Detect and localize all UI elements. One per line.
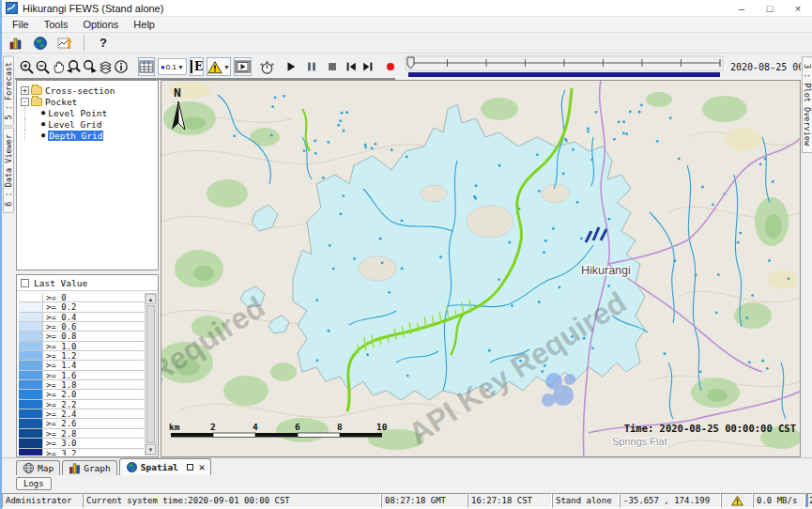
svg-text:4: 4 xyxy=(253,422,258,432)
menu-item-help[interactable]: Help xyxy=(126,19,162,30)
tree-node-level-grid[interactable]: ●Level Grid xyxy=(17,118,158,130)
folder-icon xyxy=(31,86,42,95)
collapse-icon[interactable]: - xyxy=(21,98,29,106)
zoom-in-button[interactable] xyxy=(19,57,35,76)
legend-threshold-label: >= 1.0 xyxy=(43,342,77,350)
tab-data-viewer[interactable]: 6 : Data Viewer xyxy=(3,128,14,213)
pause-button[interactable] xyxy=(305,57,318,76)
status-bar: Administrator Current system time:2020-0… xyxy=(2,492,812,509)
legend-row: >= 2.4 xyxy=(19,409,144,419)
legend-color-swatch xyxy=(19,322,43,331)
map-view[interactable]: API Key Required API Key Required N km 2… xyxy=(161,80,801,457)
legend-toggle-button[interactable]: E xyxy=(190,57,204,76)
import-export-button[interactable] xyxy=(54,34,75,53)
bar-chart-icon xyxy=(69,462,81,474)
tab-plot-overview[interactable]: 3 : Plot Overview xyxy=(802,56,812,153)
legend-color-swatch xyxy=(19,429,43,438)
tab-maximize-icon[interactable] xyxy=(187,464,193,470)
legend-threshold-label: >= 1.4 xyxy=(43,361,77,369)
spatial-display-button[interactable] xyxy=(30,34,51,53)
animation-button[interactable] xyxy=(234,57,252,76)
chart-up-arrow-icon xyxy=(57,36,73,51)
play-button[interactable] xyxy=(284,57,298,76)
tree-node-pocket[interactable]: -Pocket xyxy=(17,96,158,107)
help-button[interactable]: ? xyxy=(93,34,114,53)
expand-icon[interactable]: + xyxy=(21,86,29,95)
tab-spatial[interactable]: Spatial ✕ xyxy=(119,458,212,475)
step-forward-button[interactable] xyxy=(361,57,375,76)
menu-item-tools[interactable]: Tools xyxy=(37,19,76,30)
legend-row: >= 1.2 xyxy=(19,351,144,361)
legend-row: >= 0 xyxy=(19,293,144,302)
pan-button[interactable] xyxy=(51,57,66,76)
zoom-next-button[interactable] xyxy=(82,57,98,76)
tree-node-level-point[interactable]: ●Level Point xyxy=(17,107,158,118)
legend-color-swatch xyxy=(19,342,43,350)
legend-threshold-label: >= 1.8 xyxy=(43,380,77,389)
scrollbar-thumb[interactable] xyxy=(146,305,155,443)
tab-map[interactable]: Map xyxy=(16,460,60,475)
step-back-button[interactable] xyxy=(345,57,358,76)
legend-color-swatch xyxy=(19,361,43,369)
legend-row: >= 0.6 xyxy=(19,322,144,332)
tree-node-cross-section[interactable]: +Cross-section xyxy=(17,85,158,96)
scroll-down-icon[interactable]: ▼ xyxy=(146,444,156,455)
tree-node-label: Level Grid xyxy=(48,119,101,130)
tab-forecast[interactable]: 5 : Forecast xyxy=(3,55,14,126)
tree-node-label: Depth Grid xyxy=(48,131,103,141)
time-navigator-button[interactable] xyxy=(259,57,275,76)
timeline-progress-bar xyxy=(408,72,720,77)
svg-text:km: km xyxy=(169,422,180,432)
menu-item-options[interactable]: Options xyxy=(75,19,126,30)
wireframe-globe-icon xyxy=(23,462,35,474)
legend-color-swatch xyxy=(19,293,43,301)
chevron-down-icon: ▼ xyxy=(177,64,184,70)
stop-button[interactable] xyxy=(326,57,339,76)
logs-row: Logs xyxy=(2,475,812,492)
legend-threshold-label: >= 0.6 xyxy=(43,322,77,331)
menu-item-file[interactable]: File xyxy=(5,19,37,30)
record-button[interactable] xyxy=(384,57,397,76)
status-memory-gauge: 2.5 GB xyxy=(805,493,812,508)
tab-graph[interactable]: Graph xyxy=(62,460,117,475)
svg-text:8: 8 xyxy=(337,422,343,432)
main-area: 5 : Forecast 6 : Data Viewer +Cross-sect… xyxy=(2,80,812,457)
menu-bar: FileToolsOptionsHelp xyxy=(2,17,812,33)
legend-threshold-label: >= 3.2 xyxy=(43,449,77,456)
legend-threshold-label: >= 1.6 xyxy=(43,371,77,379)
tree-node-depth-grid[interactable]: ●Depth Grid xyxy=(17,130,158,141)
legend-row: >= 3.2 xyxy=(19,449,144,456)
folder-icon xyxy=(31,98,42,106)
tab-close-icon[interactable]: ✕ xyxy=(199,461,206,473)
globe-icon xyxy=(33,36,48,51)
legend-scrollbar[interactable]: ▲ ▼ xyxy=(145,293,157,455)
legend-row: >= 0.4 xyxy=(19,313,144,322)
legend-color-swatch xyxy=(19,313,43,321)
zoom-previous-button[interactable] xyxy=(66,57,82,76)
threshold-dropdown[interactable]: ● 0.1 ▼ xyxy=(158,58,187,75)
database-viewer-button[interactable] xyxy=(6,34,26,53)
map-toolbar: ● 0.1 ▼ E ▼ xyxy=(2,54,812,80)
stopwatch-icon xyxy=(259,59,275,75)
help-icon: ? xyxy=(100,36,107,50)
info-button[interactable] xyxy=(114,57,129,76)
timeline-slider[interactable] xyxy=(405,55,724,79)
last-value-checkbox[interactable] xyxy=(21,279,29,287)
status-warning-cell[interactable] xyxy=(721,493,753,508)
maximize-button[interactable]: □ xyxy=(756,0,784,16)
logs-button[interactable]: Logs xyxy=(16,477,52,490)
zoom-out-button[interactable] xyxy=(35,57,51,76)
minimize-button[interactable]: – xyxy=(728,0,756,16)
warnings-dropdown[interactable]: ▼ xyxy=(207,57,231,76)
close-button[interactable]: × xyxy=(784,0,812,16)
layers-button[interactable] xyxy=(98,57,114,76)
bullet-icon: ● xyxy=(41,120,45,128)
zoom-in-icon xyxy=(19,59,35,75)
grid-display-button[interactable] xyxy=(138,57,155,76)
chevron-down-icon: ▼ xyxy=(223,64,230,70)
timeline-handle[interactable] xyxy=(407,57,414,69)
scroll-up-icon[interactable]: ▲ xyxy=(146,294,156,304)
app-icon xyxy=(6,2,18,14)
layer-tree: +Cross-section-Pocket●Level Point●Level … xyxy=(16,80,159,270)
bottom-tab-bar: Map Graph Spatial ✕ xyxy=(2,457,812,475)
